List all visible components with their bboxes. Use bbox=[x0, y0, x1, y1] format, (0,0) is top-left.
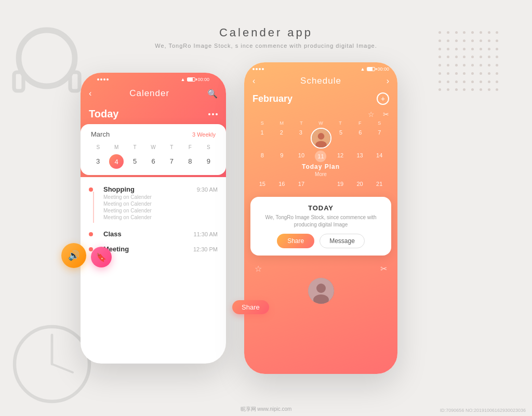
nav-bar-right: ‹ Schedule › bbox=[244, 74, 397, 88]
scissors-icon-top: ✂ bbox=[383, 110, 389, 118]
back-button-right[interactable]: ‹ bbox=[252, 76, 255, 86]
background-dots bbox=[438, 31, 501, 93]
event-line bbox=[93, 192, 94, 223]
bookmark-icon: 🔖 bbox=[96, 252, 107, 262]
right-phone-title: Schedule bbox=[300, 76, 341, 86]
status-bar-right: ▲ 00:00 bbox=[244, 62, 397, 74]
nipic-id: ID:7090656 NO:20191006162930023036 bbox=[440, 408, 526, 413]
page-subtitle: We, TongRo Image Stock, s ince commence … bbox=[155, 43, 377, 49]
event-shopping: Shopping 9:30 AM Meeting on Calender Mee… bbox=[89, 185, 218, 223]
forward-button-right[interactable]: › bbox=[387, 76, 389, 86]
cal-day-4[interactable]: 4 bbox=[109, 154, 124, 169]
speaker-icon: 🔊 bbox=[68, 250, 79, 261]
today-label: Today bbox=[89, 108, 118, 120]
watermark: 昵享网 www.nipic.com bbox=[241, 406, 292, 413]
headphones-decoration bbox=[0, 21, 94, 114]
svg-point-8 bbox=[315, 141, 327, 148]
svg-point-7 bbox=[317, 133, 324, 140]
event-time-class: 11:30 AM bbox=[194, 231, 218, 237]
message-button[interactable]: Message bbox=[320, 234, 365, 248]
event-title-row: Shopping 9:30 AM bbox=[103, 185, 218, 193]
today-section: Today bbox=[89, 103, 218, 124]
left-phone-title: Calender bbox=[129, 88, 169, 99]
event-dot-class bbox=[89, 232, 93, 236]
back-button-left[interactable]: ‹ bbox=[89, 89, 91, 98]
phone-left: ▲ 00:00 ‹ Calender 🔍 Today March 3 We bbox=[81, 73, 226, 364]
svg-point-0 bbox=[19, 30, 75, 86]
event-class: Class 11:30 AM bbox=[89, 230, 218, 238]
cal-day-9[interactable]: 9 bbox=[200, 154, 218, 169]
cal-day-6[interactable]: 6 bbox=[144, 154, 162, 169]
more-label[interactable]: More bbox=[252, 171, 389, 177]
bottom-icon-row: ☆ ✂ bbox=[244, 260, 397, 276]
share-label[interactable]: Share bbox=[232, 300, 269, 314]
time-left: 00:00 bbox=[197, 77, 209, 82]
schedule-day-labels: S M T W T F S bbox=[252, 120, 389, 126]
event-sub-3: Meeting on Calender bbox=[103, 208, 218, 213]
today-plan-title: TODAY bbox=[259, 204, 383, 212]
today-plan-overlay: Today Plan bbox=[252, 163, 389, 170]
status-icons-right: ▲ 00:00 bbox=[361, 66, 389, 72]
svg-rect-1 bbox=[14, 72, 23, 91]
event-time-shopping: 9:30 AM bbox=[197, 186, 218, 193]
user-avatar-calendar bbox=[311, 128, 331, 149]
wifi-icon: ▲ bbox=[181, 77, 185, 82]
time-right: 00:00 bbox=[377, 66, 389, 72]
calendar-view: 3 Weekly bbox=[192, 131, 216, 138]
cal-day-8[interactable]: 8 bbox=[181, 154, 199, 169]
schedule-week-2: 8 9 10 11 12 13 14 bbox=[252, 151, 389, 162]
calendar-days-row: 3 4 5 6 7 8 9 bbox=[89, 154, 218, 169]
event-sub-2: Meeting on Calender bbox=[103, 201, 218, 207]
february-month: February bbox=[252, 93, 292, 104]
calendar-header: March 3 Weekly bbox=[89, 130, 218, 138]
nav-bar-left: ‹ Calender 🔍 bbox=[89, 84, 218, 103]
schedule-week-3: 15 16 17 19 20 21 bbox=[252, 179, 389, 189]
float-bookmark-button[interactable]: 🔖 bbox=[91, 247, 112, 267]
event-class-row: Class 11:30 AM bbox=[103, 230, 218, 238]
status-bar-left: ▲ 00:00 bbox=[89, 73, 218, 84]
svg-rect-2 bbox=[70, 72, 79, 91]
today-highlighted-day[interactable]: 11 bbox=[315, 151, 326, 162]
phone-right: ▲ 00:00 ‹ Schedule › February + ☆ ✂ bbox=[244, 62, 397, 374]
bottom-user-avatar bbox=[308, 278, 334, 304]
battery-icon-right bbox=[367, 67, 375, 71]
share-button[interactable]: Share bbox=[277, 234, 314, 248]
event-content-class: Class 11:30 AM bbox=[103, 230, 218, 238]
today-plan-description: We, TongRo Image Stock, since commence w… bbox=[259, 214, 383, 229]
scissors-icon-bottom: ✂ bbox=[380, 264, 387, 274]
cal-day-5[interactable]: 5 bbox=[126, 154, 144, 169]
event-meeting-row: Meeting 12:30 PM bbox=[103, 245, 218, 253]
event-time-meeting: 12:30 PM bbox=[193, 246, 218, 252]
event-sub-4: Meeting on Calender bbox=[103, 214, 218, 220]
schedule-calendar: ☆ ✂ S M T W T F S 1 2 3 bbox=[244, 108, 397, 193]
today-plan-actions: Share Message bbox=[259, 234, 383, 248]
february-header: February + bbox=[244, 88, 397, 108]
calendar-day-labels: S M T W T F S bbox=[89, 143, 218, 151]
calendar-month: March bbox=[91, 130, 110, 138]
event-content-shopping: Shopping 9:30 AM Meeting on Calender Mee… bbox=[103, 185, 218, 220]
schedule-week-1: 1 2 3 5 6 7 bbox=[252, 128, 389, 149]
float-speaker-button[interactable]: 🔊 bbox=[61, 243, 86, 268]
star-icon-top: ☆ bbox=[368, 110, 375, 118]
wifi-icon-right: ▲ bbox=[361, 66, 365, 72]
event-content-meeting: Meeting 12:30 PM bbox=[103, 245, 218, 253]
signal-dots-right bbox=[252, 68, 264, 70]
page-title: Calender app bbox=[155, 26, 377, 39]
today-menu[interactable] bbox=[208, 113, 218, 115]
add-event-button[interactable]: + bbox=[377, 92, 389, 105]
search-icon[interactable]: 🔍 bbox=[207, 89, 218, 99]
cal-day-3[interactable]: 3 bbox=[89, 154, 107, 169]
svg-line-5 bbox=[52, 364, 73, 372]
battery-icon bbox=[187, 77, 195, 82]
page-header: Calender app We, TongRo Image Stock, s i… bbox=[155, 26, 377, 49]
today-plan-card: TODAY We, TongRo Image Stock, since comm… bbox=[250, 197, 391, 256]
cal-day-7[interactable]: 7 bbox=[163, 154, 181, 169]
events-list: Shopping 9:30 AM Meeting on Calender Mee… bbox=[81, 177, 226, 253]
status-icons: ▲ 00:00 bbox=[181, 77, 209, 82]
event-dot-shopping bbox=[89, 187, 93, 192]
event-sub-1: Meeting on Calender bbox=[103, 194, 218, 200]
signal-dots bbox=[97, 78, 109, 80]
event-title-shopping: Shopping bbox=[103, 185, 135, 193]
star-icon-bottom: ☆ bbox=[255, 264, 262, 274]
svg-point-10 bbox=[316, 284, 326, 293]
